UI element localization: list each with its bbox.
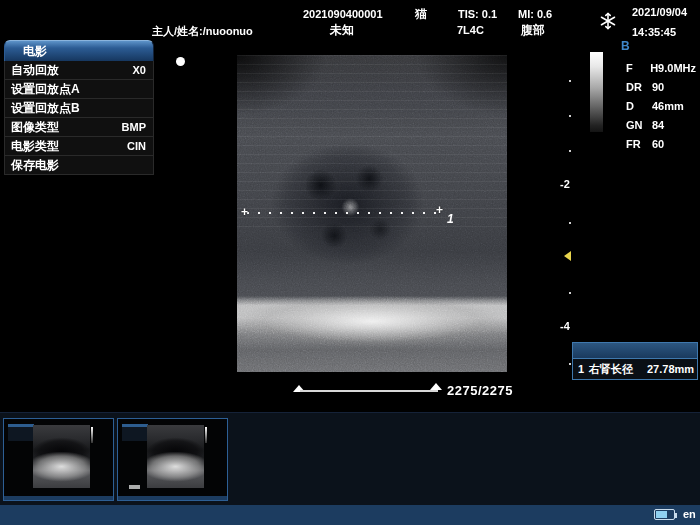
menu-item-label: 自动回放 <box>11 62 59 79</box>
param-value: 90 <box>652 81 664 93</box>
cine-menu: 电影 自动回放 X0 设置回放点A 设置回放点B 图像类型 BMP 电影类型 C… <box>4 40 154 175</box>
menu-item-value: CIN <box>127 140 146 152</box>
thumb-mini-measure-text <box>129 485 140 489</box>
measurement-result-box: 1 右肾长径 27.78mm <box>572 342 698 380</box>
measurement-result-header <box>573 343 697 359</box>
menu-item-value: X0 <box>133 64 146 76</box>
cine-menu-title: 电影 <box>4 40 154 61</box>
param-dynamic-range: DR 90 <box>626 81 696 93</box>
thumb-mini-menu <box>122 424 148 441</box>
menu-item-image-type[interactable]: 图像类型 BMP <box>4 118 154 137</box>
saved-image-thumbnail-1[interactable] <box>3 418 114 501</box>
exam-id: 2021090400001 <box>303 8 383 20</box>
param-depth: D 46mm <box>626 100 696 112</box>
param-label: GN <box>626 119 652 131</box>
result-value: 27.78mm <box>647 363 694 375</box>
measurement-dotted-line <box>247 212 443 214</box>
param-gain: GN 84 <box>626 119 696 131</box>
depth-tick <box>569 292 571 294</box>
menu-item-save-cine[interactable]: 保存电影 <box>4 156 154 175</box>
result-name: 右肾长径 <box>589 362 647 377</box>
species-label: 猫 <box>415 6 427 23</box>
freeze-snowflake-icon <box>599 12 617 30</box>
depth-tick <box>569 363 571 365</box>
saved-image-thumbnail-2[interactable] <box>117 418 228 501</box>
probe-orientation-marker <box>176 57 185 66</box>
thumb-mini-statusbar <box>118 496 227 500</box>
param-value: 46mm <box>652 100 684 112</box>
menu-item-label: 电影类型 <box>11 138 59 155</box>
battery-icon <box>654 509 675 520</box>
menu-item-value: BMP <box>122 121 146 133</box>
menu-item-label: 设置回放点B <box>11 100 80 117</box>
tis-value: TIS: 0.1 <box>458 8 497 20</box>
probe-model: 7L4C <box>457 24 484 36</box>
system-status-bar: en <box>0 505 700 525</box>
result-index: 1 <box>573 363 589 375</box>
thumbnail-strip <box>0 412 700 505</box>
thumb-mini-statusbar <box>4 496 113 500</box>
menu-item-set-replay-point-b[interactable]: 设置回放点B <box>4 99 154 118</box>
cine-position-marker-icon[interactable] <box>430 383 442 390</box>
thumb-mini-grayscale-bar <box>205 427 207 443</box>
param-frame-rate: FR 60 <box>626 138 696 150</box>
depth-tick <box>569 150 571 152</box>
menu-item-auto-replay[interactable]: 自动回放 X0 <box>4 61 154 80</box>
mi-value: MI: 0.6 <box>518 8 552 20</box>
owner-name: 主人/姓名:/nuoonuo <box>152 24 253 39</box>
patient-status: 未知 <box>330 22 354 39</box>
param-label: D <box>626 100 652 112</box>
param-value: H9.0MHz <box>650 62 696 74</box>
exam-preset: 腹部 <box>521 22 545 39</box>
focus-position-icon[interactable] <box>564 251 571 261</box>
param-value: 84 <box>652 119 664 131</box>
thumb-mini-menu <box>8 424 34 441</box>
ultrasound-screen: 2021090400001 猫 TIS: 0.1 MI: 0.6 2021/09… <box>0 0 700 525</box>
caliper-cross-icon[interactable]: + <box>241 205 248 219</box>
depth-label-2cm: -2 <box>560 178 570 190</box>
param-value: 60 <box>652 138 664 150</box>
battery-level-fill <box>656 511 667 518</box>
param-label: FR <box>626 138 652 150</box>
measurement-number-label: 1 <box>447 212 454 226</box>
menu-item-label: 设置回放点A <box>11 81 80 98</box>
menu-item-label: 保存电影 <box>11 157 59 174</box>
param-label: F <box>626 62 650 74</box>
language-indicator[interactable]: en <box>683 508 696 520</box>
depth-tick <box>569 80 571 82</box>
depth-tick <box>569 222 571 224</box>
mode-b-label: B <box>621 39 630 53</box>
measurement-result-row: 1 右肾长径 27.78mm <box>573 359 697 379</box>
cine-progress-bar[interactable] <box>300 390 438 392</box>
thumb-mini-image <box>147 425 204 488</box>
cine-frame-counter: 2275/2275 <box>447 383 513 398</box>
param-label: DR <box>626 81 652 93</box>
menu-item-cine-type[interactable]: 电影类型 CIN <box>4 137 154 156</box>
date-display: 2021/09/04 <box>632 6 687 18</box>
menu-item-label: 图像类型 <box>11 119 59 136</box>
battery-terminal <box>675 513 677 518</box>
time-display: 14:35:45 <box>632 26 676 38</box>
param-frequency: F H9.0MHz <box>626 62 696 74</box>
depth-tick <box>569 115 571 117</box>
grayscale-map-bar <box>590 52 603 132</box>
menu-item-set-replay-point-a[interactable]: 设置回放点A <box>4 80 154 99</box>
thumb-mini-grayscale-bar <box>91 427 93 443</box>
caliper-cross-icon[interactable]: + <box>436 203 443 217</box>
depth-label-4cm: -4 <box>560 320 570 332</box>
thumb-mini-image <box>33 425 90 488</box>
